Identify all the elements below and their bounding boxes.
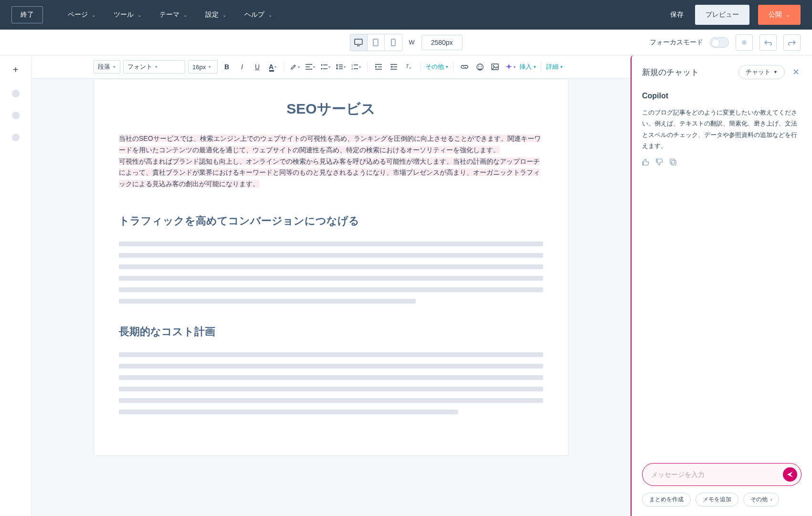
menu-page[interactable]: ページ⌄ [60,7,103,23]
line-height-button[interactable]: ▾ [335,61,347,73]
action-add-memo[interactable]: メモを追加 [696,493,738,506]
highlighted-intro: 当社のSEOサービスでは、検索エンジン上でのウェブサイトの可視性を高め、ランキン… [119,133,543,190]
image-icon [491,63,499,70]
device-mobile-button[interactable] [384,34,401,51]
chevron-down-icon: ⌄ [92,12,95,18]
close-chat-button[interactable]: ✕ [791,65,801,79]
chat-input-container [642,463,801,486]
details-dropdown[interactable]: 詳細▾ [546,63,563,71]
save-button[interactable]: 保存 [670,11,684,19]
device-tablet-button[interactable] [367,34,384,51]
svg-rect-3 [391,39,395,46]
emoji-icon [476,63,484,71]
underline-button[interactable]: U [251,61,264,73]
emoji-button[interactable] [474,61,486,73]
add-module-button[interactable]: + [10,64,21,75]
image-button[interactable] [489,61,501,73]
svg-text:2: 2 [351,67,353,70]
svg-point-28 [478,66,479,67]
ai-sparkle-button[interactable]: ▾ [504,61,517,73]
thumbs-up-button[interactable] [642,158,649,166]
send-icon [787,471,793,478]
width-label: W [409,39,414,46]
chevron-down-icon: ⌄ [137,12,141,18]
italic-button[interactable]: I [236,61,248,73]
redo-button[interactable] [783,34,801,51]
insert-dropdown[interactable]: 挿入▾ [519,63,536,71]
placeholder-block-1 [119,242,543,304]
intro-paragraph-1: 当社のSEOサービスでは、検索エンジン上でのウェブサイトの可視性を高め、ランキン… [119,135,541,154]
device-preview-group [349,34,402,51]
svg-rect-2 [373,39,378,46]
outdent-button[interactable] [372,61,385,73]
width-input[interactable] [422,35,463,50]
action-create-summary[interactable]: まとめを作成 [642,493,691,506]
desktop-icon [354,39,363,46]
svg-point-10 [321,68,323,70]
left-rail: + [0,55,32,516]
line-height-icon [336,64,343,70]
text-color-button[interactable]: A▾ [266,61,279,73]
bold-button[interactable]: B [221,61,233,73]
svg-rect-33 [670,159,675,164]
focus-mode-toggle[interactable] [710,37,729,48]
copy-icon [670,158,676,166]
paragraph-style-select[interactable]: 段落▾ [94,60,120,74]
chat-panel-title: 新規のチャット [642,67,733,78]
chat-quick-actions: まとめを作成 メモを追加 その他› [642,493,801,506]
more-dropdown[interactable]: その他▾ [425,63,448,71]
thumbs-down-icon [656,158,663,166]
undo-button[interactable] [759,34,777,51]
link-button[interactable] [458,61,471,73]
record-button[interactable] [736,34,753,51]
rail-item-3[interactable] [12,134,20,141]
device-desktop-button[interactable] [350,34,367,51]
menu-tool[interactable]: ツール⌄ [106,7,149,23]
undo-icon [764,40,772,45]
menu-help[interactable]: ヘルプ⌄ [237,7,280,23]
indent-icon [390,64,397,70]
exit-button[interactable]: 終了 [11,6,43,23]
numbered-list-button[interactable]: 12▾ [350,61,362,73]
menu-theme[interactable]: テーマ⌄ [152,7,195,23]
page-title: SEOサービス [119,99,543,119]
chat-message-reactions [642,158,801,166]
svg-point-8 [321,64,323,66]
intro-paragraph-2: 可視性が高まればブランド認知も向上し、オンラインでの検索から見込み客を呼び込める… [119,158,540,188]
outdent-icon [375,64,382,70]
list-icon [321,64,327,70]
indent-button[interactable] [388,61,400,73]
chat-message-input[interactable] [651,471,783,478]
svg-text:1: 1 [351,64,353,67]
clear-format-button[interactable]: T× [403,61,415,73]
rich-text-toolbar: 段落▾ フォント▾ 16px▾ B I U A▾ ▾ ▾ ▾ ▾ 12▾ T× … [32,55,631,79]
publish-button[interactable]: 公開⌄ [758,5,801,25]
copy-button[interactable] [670,158,676,166]
chevron-down-icon: ⌄ [183,12,187,18]
rail-item-2[interactable] [12,112,20,119]
chat-menu-dropdown[interactable]: チャット▼ [738,65,785,79]
menu-settings[interactable]: 設定⌄ [198,7,234,23]
font-select[interactable]: フォント▾ [123,60,185,74]
tablet-icon [373,39,379,46]
thumbs-up-icon [642,158,649,166]
align-icon [306,64,312,70]
send-message-button[interactable] [783,467,797,482]
circle-icon [741,40,747,45]
font-size-select[interactable]: 16px▾ [188,60,218,74]
redo-icon [788,40,796,45]
bullet-list-button[interactable]: ▾ [319,61,332,73]
top-nav-bar: 終了 ページ⌄ ツール⌄ テーマ⌄ 設定⌄ ヘルプ⌄ 保存 プレビュー 公開⌄ [0,0,812,30]
svg-text:T: T [406,64,409,69]
svg-rect-32 [672,160,676,165]
action-other[interactable]: その他› [743,493,779,506]
highlight-button[interactable]: ▾ [289,61,301,73]
rail-item-1[interactable] [12,90,20,97]
align-button[interactable]: ▾ [304,61,316,73]
thumbs-down-button[interactable] [656,158,663,166]
mobile-icon [390,39,395,46]
chevron-down-icon: ⌄ [268,12,272,18]
content-page[interactable]: SEOサービス 当社のSEOサービスでは、検索エンジン上でのウェブサイトの可視性… [94,79,569,456]
preview-button[interactable]: プレビュー [695,5,749,25]
copilot-chat-panel: 新規のチャット チャット▼ ✕ Copilot このブログ記事をどのように変更し… [631,55,812,516]
